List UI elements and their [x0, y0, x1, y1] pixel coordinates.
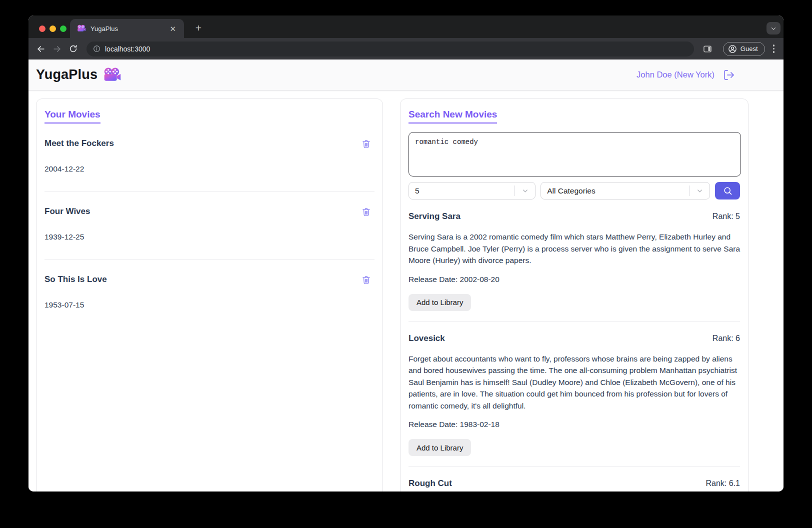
app-header: YugaPlus John Doe (New York): [28, 60, 784, 90]
movie-release-date: 2004-12-22: [44, 164, 374, 174]
tab-strip: YugaPlus ✕ +: [28, 16, 784, 38]
list-item: So This Is Love 1953-07-15: [44, 260, 374, 327]
toolbar-right: Guest: [701, 42, 778, 56]
result-title: Serving Sara: [408, 212, 460, 222]
delete-movie-button[interactable]: [361, 138, 372, 149]
result-description: Serving Sara is a 2002 romantic comedy f…: [408, 231, 741, 266]
movie-release-date: 1953-07-15: [44, 300, 374, 310]
guest-label: Guest: [740, 45, 758, 52]
movie-release-date: 1939-12-25: [44, 232, 374, 242]
result-limit-value: 5: [409, 186, 514, 196]
delete-movie-button[interactable]: [361, 274, 372, 285]
site-info-icon[interactable]: [92, 44, 101, 53]
tab-close-icon[interactable]: ✕: [168, 24, 178, 34]
result-rank: Rank: 6: [712, 334, 740, 343]
trash-icon: [361, 274, 372, 285]
movie-title: Meet the Fockers: [44, 138, 114, 148]
result-rank: Rank: 5: [712, 212, 740, 221]
search-movies-heading: Search New Movies: [408, 109, 740, 124]
category-select[interactable]: All Categories: [540, 182, 710, 200]
guest-profile-button[interactable]: Guest: [723, 42, 765, 56]
add-to-library-button[interactable]: Add to Library: [408, 294, 471, 311]
user-name: John Doe (New York): [636, 70, 714, 80]
side-panel-icon[interactable]: [701, 42, 714, 56]
search-query-input[interactable]: romantic comedy: [408, 132, 741, 176]
reload-icon[interactable]: [66, 42, 80, 56]
search-result: Lovesick Rank: 6 Forget about accountant…: [408, 322, 740, 467]
result-description: Forget about accountants who want to fly…: [408, 353, 741, 412]
result-limit-select[interactable]: 5: [408, 182, 536, 200]
search-result: Serving Sara Rank: 5 Serving Sara is a 2…: [408, 200, 740, 322]
logout-icon: [723, 69, 735, 81]
trash-icon: [361, 206, 372, 217]
movie-camera-icon: [103, 68, 122, 82]
tab-title: YugaPlus: [90, 25, 168, 32]
traffic-light-minimize[interactable]: [50, 26, 56, 32]
window-controls: [39, 26, 66, 32]
app-title: YugaPlus: [36, 67, 98, 82]
result-release-date: Release Date: 2002-08-20: [408, 275, 740, 284]
your-movies-heading: Your Movies: [44, 109, 374, 124]
trash-icon: [361, 138, 372, 149]
search-controls: 5 All Categories: [408, 182, 740, 200]
movie-title: Four Wives: [44, 206, 90, 216]
list-item: Four Wives 1939-12-25: [44, 192, 374, 260]
new-tab-icon[interactable]: +: [192, 22, 205, 34]
movie-title: So This Is Love: [44, 274, 107, 284]
user-zone: John Doe (New York): [636, 69, 735, 81]
browser-window: YugaPlus ✕ + localhost:3000 Gues: [28, 16, 784, 492]
main-content: Your Movies Meet the Fockers 2004-12-22 …: [28, 90, 784, 492]
yugaplus-favicon-movie-camera-icon: [77, 24, 86, 32]
url-text: localhost:3000: [105, 45, 150, 53]
search-button[interactable]: [715, 182, 740, 200]
back-icon[interactable]: [34, 42, 48, 56]
chevron-down-icon: [696, 187, 704, 194]
result-title: Rough Cut: [408, 478, 452, 488]
brand: YugaPlus: [36, 67, 122, 82]
add-to-library-button[interactable]: Add to Library: [408, 439, 471, 456]
your-movies-panel: Your Movies Meet the Fockers 2004-12-22 …: [36, 98, 383, 492]
result-rank: Rank: 6.1: [706, 479, 740, 488]
traffic-light-zoom[interactable]: [60, 26, 66, 32]
search-movies-panel: Search New Movies romantic comedy 5 All …: [400, 98, 748, 492]
category-value: All Categories: [541, 186, 689, 196]
result-release-date: Release Date: 1983-02-18: [408, 420, 740, 429]
browser-tab[interactable]: YugaPlus ✕: [70, 19, 184, 38]
browser-toolbar: localhost:3000 Guest: [28, 38, 784, 60]
guest-avatar-icon: [728, 44, 738, 54]
list-item: Meet the Fockers 2004-12-22: [44, 124, 374, 192]
browser-menu-icon[interactable]: [770, 42, 778, 55]
address-bar[interactable]: localhost:3000: [86, 42, 694, 56]
tab-search-chevron-icon[interactable]: [766, 22, 780, 34]
result-title: Lovesick: [408, 334, 445, 344]
chevron-down-icon: [522, 187, 529, 194]
forward-icon[interactable]: [50, 42, 64, 56]
delete-movie-button[interactable]: [361, 206, 372, 217]
traffic-light-close[interactable]: [39, 26, 46, 32]
logout-button[interactable]: [723, 69, 735, 81]
search-result: Rough Cut Rank: 6.1: [408, 466, 740, 492]
search-icon: [723, 186, 732, 196]
page: YugaPlus John Doe (New York): [28, 60, 784, 492]
